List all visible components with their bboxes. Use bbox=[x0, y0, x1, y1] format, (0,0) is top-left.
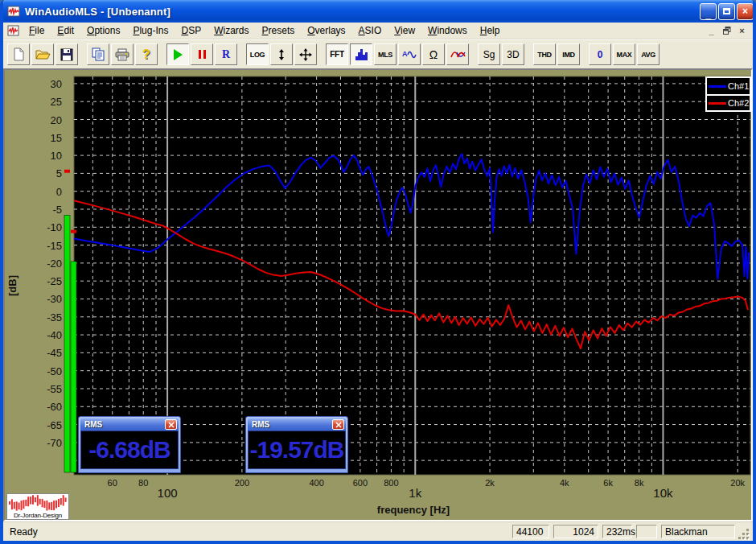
menu-plugins[interactable]: Plug-Ins bbox=[126, 23, 175, 39]
level-meter-ch2 bbox=[71, 262, 76, 472]
titlebar[interactable]: WinAudioMLS - [Unbenannt] _ × bbox=[0, 0, 756, 23]
y-tick-label: -60 bbox=[47, 401, 62, 413]
menu-dsp[interactable]: DSP bbox=[175, 23, 207, 39]
help-button[interactable]: ? bbox=[135, 43, 158, 65]
document-icon[interactable] bbox=[7, 25, 19, 36]
app-window: WinAudioMLS - [Unbenannt] _ × File Edit … bbox=[0, 0, 756, 544]
x-tick-label: 80 bbox=[138, 478, 148, 488]
print-button[interactable] bbox=[111, 43, 134, 65]
menu-windows[interactable]: Windows bbox=[421, 23, 474, 39]
overlay-curves-icon bbox=[450, 49, 466, 60]
menu-presets[interactable]: Presets bbox=[256, 23, 302, 39]
status-message: Ready bbox=[10, 526, 508, 538]
menu-edit[interactable]: Edit bbox=[51, 23, 80, 39]
y-tick-label: -70 bbox=[47, 437, 62, 449]
status-time: 232ms bbox=[602, 525, 632, 538]
x-tick-label: 20k bbox=[730, 478, 745, 488]
peak-marker-ch2 bbox=[71, 230, 76, 233]
rms-window-ch2[interactable]: RMS -19.57dB bbox=[245, 416, 348, 473]
rms-close-button[interactable] bbox=[165, 419, 177, 430]
menu-file[interactable]: File bbox=[23, 23, 51, 39]
maximize-button[interactable] bbox=[718, 3, 735, 20]
y-tick-label: 5 bbox=[56, 167, 62, 179]
save-button[interactable] bbox=[55, 43, 78, 65]
thd-button[interactable]: THD bbox=[533, 43, 556, 65]
rms-window-title: RMS bbox=[84, 420, 165, 429]
level-meter-ch1 bbox=[64, 215, 70, 472]
play-icon bbox=[174, 49, 183, 60]
menu-help[interactable]: Help bbox=[474, 23, 507, 39]
rms-window-title: RMS bbox=[252, 420, 332, 429]
avg-button[interactable]: AVG bbox=[637, 43, 659, 65]
y-tick-label: -25 bbox=[47, 275, 62, 287]
maximize-icon bbox=[723, 8, 730, 14]
y-tick-label: -55 bbox=[47, 383, 62, 395]
fit-vertical-button[interactable] bbox=[270, 43, 293, 65]
imd-button[interactable]: IMD bbox=[557, 43, 580, 65]
ch2-line-swatch bbox=[709, 102, 726, 105]
impedance-button[interactable]: Ω bbox=[422, 43, 445, 65]
status-fftsize: 1024 bbox=[553, 525, 598, 538]
menu-view[interactable]: View bbox=[388, 23, 421, 39]
rms-value-ch2: -19.57dB bbox=[249, 436, 343, 464]
printer-icon bbox=[115, 48, 129, 61]
y-tick-label: 10 bbox=[51, 150, 62, 162]
vendor-logo-text: Dr-Jordan-Design bbox=[7, 512, 68, 519]
x-decade-label: 10k bbox=[653, 486, 673, 500]
x-tick-label: 600 bbox=[353, 478, 368, 488]
rms-window-titlebar[interactable]: RMS bbox=[80, 418, 179, 431]
record-button[interactable]: R bbox=[215, 43, 237, 65]
curves-button[interactable] bbox=[446, 43, 469, 65]
legend-item-ch2: Ch#2 bbox=[707, 94, 750, 110]
menu-options[interactable]: Options bbox=[80, 23, 126, 39]
threed-button[interactable]: 3D bbox=[502, 43, 524, 65]
help-icon: ? bbox=[142, 47, 150, 62]
y-tick-label: -50 bbox=[47, 365, 62, 377]
fft-button[interactable]: FFT bbox=[326, 43, 348, 65]
max-hold-button[interactable]: MAX bbox=[613, 43, 635, 65]
y-tick-label: 25 bbox=[51, 96, 62, 108]
mdi-restore-button[interactable] bbox=[720, 25, 733, 37]
x-axis-title: frequency [Hz] bbox=[377, 504, 450, 516]
close-button[interactable]: × bbox=[737, 3, 754, 20]
mdi-close-button[interactable]: × bbox=[735, 25, 749, 37]
menu-asio[interactable]: ASIO bbox=[352, 23, 388, 39]
minimize-button[interactable]: _ bbox=[700, 3, 717, 20]
x-tick-label: 4k bbox=[560, 478, 569, 488]
log-scale-button[interactable]: LOG bbox=[246, 43, 269, 65]
scope-button[interactable]: A bbox=[398, 43, 421, 65]
spectrum-button[interactable] bbox=[350, 43, 372, 65]
signal-generator-button[interactable]: Sg bbox=[478, 43, 500, 65]
x-tick-label: 60 bbox=[108, 478, 117, 488]
y-tick-label: 15 bbox=[51, 132, 62, 144]
rms-window-titlebar[interactable]: RMS bbox=[248, 418, 346, 431]
pan-button[interactable] bbox=[294, 43, 317, 65]
pause-icon bbox=[199, 50, 206, 59]
reset-button[interactable]: 0 bbox=[589, 43, 611, 65]
pause-button[interactable] bbox=[191, 43, 213, 65]
y-tick-label: -45 bbox=[47, 347, 62, 359]
rms-window-ch1[interactable]: RMS -6.68dB bbox=[78, 416, 181, 473]
mls-button[interactable]: MLS bbox=[374, 43, 396, 65]
y-axis-title: [dB] bbox=[6, 275, 18, 296]
play-button[interactable] bbox=[166, 43, 189, 65]
x-decade-label: 1k bbox=[409, 486, 421, 500]
mdi-minimize-button[interactable]: _ bbox=[705, 25, 718, 37]
resize-grip[interactable] bbox=[738, 529, 750, 541]
rms-value-display: -19.57dB bbox=[248, 431, 346, 469]
x-tick-label: 400 bbox=[309, 478, 323, 488]
x-tick-label: 6k bbox=[603, 478, 613, 488]
copy-icon bbox=[92, 47, 105, 61]
new-button[interactable] bbox=[7, 43, 30, 65]
open-button[interactable] bbox=[31, 43, 54, 65]
legend-label: Ch#2 bbox=[728, 98, 749, 108]
open-folder-icon bbox=[35, 48, 51, 60]
rms-close-button[interactable] bbox=[332, 419, 344, 430]
status-window-function: Blackman bbox=[661, 525, 735, 538]
copy-button[interactable] bbox=[87, 43, 109, 65]
status-samplerate: 44100 bbox=[512, 525, 549, 538]
x-tick-label: 800 bbox=[384, 478, 398, 488]
menu-overlays[interactable]: Overlays bbox=[301, 23, 351, 39]
vendor-logo: Dr-Jordan-Design bbox=[6, 493, 69, 520]
menu-wizards[interactable]: Wizards bbox=[207, 23, 255, 39]
